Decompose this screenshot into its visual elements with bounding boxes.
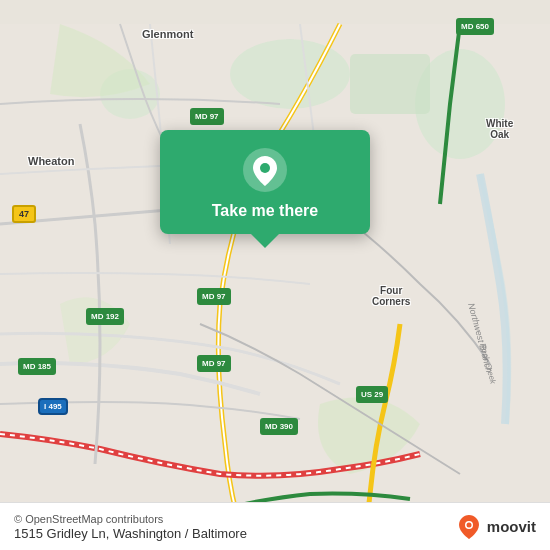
svg-point-8: [260, 163, 270, 173]
place-wheaton: Wheaton: [28, 155, 74, 167]
bottom-bar: © OpenStreetMap contributors 1515 Gridle…: [0, 502, 550, 550]
popup-card[interactable]: Take me there: [160, 130, 370, 234]
badge-md185: MD 185: [18, 358, 56, 375]
map-container: Northwest Branch Rock Creek Glenmont Whe…: [0, 0, 550, 550]
badge-md390: MD 390: [260, 418, 298, 435]
pin-icon: [243, 148, 287, 192]
moovit-logo: moovit: [455, 513, 536, 541]
badge-md97-top: MD 97: [190, 108, 224, 125]
badge-md97-mid: MD 97: [197, 288, 231, 305]
map-roads: Northwest Branch Rock Creek: [0, 0, 550, 550]
badge-us29: US 29: [356, 386, 388, 403]
badge-md97-bot: MD 97: [197, 355, 231, 372]
attribution-text: © OpenStreetMap contributors: [14, 513, 455, 525]
place-white-oak: WhiteOak: [486, 118, 513, 140]
moovit-logo-icon: [455, 513, 483, 541]
place-glenmont: Glenmont: [142, 28, 193, 40]
badge-md192: MD 192: [86, 308, 124, 325]
moovit-logo-text: moovit: [487, 518, 536, 535]
badge-md650: MD 650: [456, 18, 494, 35]
popup-label: Take me there: [212, 202, 318, 220]
badge-i495: I 495: [38, 398, 68, 415]
badge-rt47: 47: [12, 205, 36, 223]
place-four-corners: FourCorners: [372, 285, 410, 307]
address-text: 1515 Gridley Ln, Washington / Baltimore: [14, 526, 455, 541]
svg-point-10: [466, 522, 471, 527]
